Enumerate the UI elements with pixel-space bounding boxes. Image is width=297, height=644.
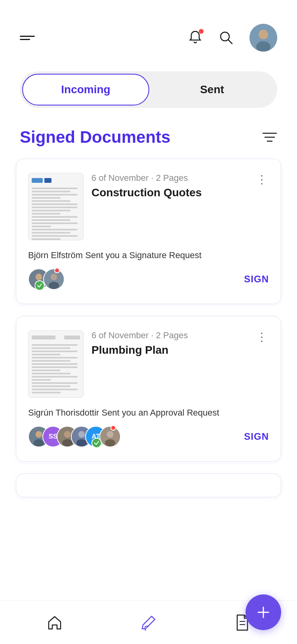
add-fab-button[interactable] [246, 594, 281, 630]
avatar[interactable] [249, 24, 277, 52]
filter-button[interactable] [262, 131, 277, 143]
doc-separator: · [151, 330, 156, 340]
document-card[interactable]: 6 of November · 2 Pages Construction Quo… [16, 159, 281, 304]
doc-more-button[interactable]: ⋮ [255, 330, 269, 343]
doc-line [32, 376, 78, 378]
doc-footer: SS [28, 426, 269, 447]
doc-card-top: 6 of November · 2 Pages Plumbing Plan ⋮ [28, 330, 269, 398]
doc-line [32, 210, 70, 211]
header-icons [188, 24, 277, 52]
notification-button[interactable] [188, 30, 203, 46]
app-header [0, 0, 297, 63]
mini-avatar [99, 426, 121, 447]
doc-line [32, 382, 78, 384]
tab-sent[interactable]: Sent [149, 74, 275, 105]
doc-line [32, 235, 78, 237]
doc-date: 6 of November [91, 173, 148, 183]
hamburger-line-2 [20, 39, 30, 40]
doc-logo [32, 178, 80, 183]
avatar-image [249, 24, 277, 52]
logo-block-2 [44, 178, 51, 183]
nav-sign-button[interactable] [133, 607, 164, 638]
svg-point-22 [78, 431, 85, 438]
sign-button[interactable]: SIGN [244, 274, 269, 285]
doc-meta: 6 of November · 2 Pages [91, 173, 247, 183]
pending-badge [54, 268, 60, 273]
doc-line [32, 357, 78, 358]
doc-line [32, 363, 78, 365]
section-header: Signed Documents [0, 124, 297, 159]
home-icon [47, 615, 63, 631]
doc-date: 6 of November [91, 330, 148, 340]
filter-icon [262, 131, 277, 143]
avatars-row [28, 268, 56, 290]
avatar-item [99, 426, 115, 447]
svg-point-3 [259, 30, 268, 39]
doc-line [32, 385, 70, 387]
avatar-item [28, 426, 44, 447]
avatar-item: AT [85, 426, 101, 447]
doc-line [32, 194, 78, 196]
doc-separator: · [151, 173, 156, 183]
svg-point-26 [105, 439, 115, 447]
doc-title: Plumbing Plan [91, 344, 247, 356]
pending-badge [110, 425, 116, 431]
doc-line [32, 366, 78, 368]
search-button[interactable] [219, 30, 234, 45]
doc-pages: 2 Pages [156, 330, 188, 340]
hamburger-menu[interactable] [20, 36, 35, 40]
svg-point-16 [36, 431, 42, 438]
notification-badge [199, 29, 204, 34]
doc-more-button[interactable]: ⋮ [255, 173, 269, 186]
plus-icon [256, 605, 271, 620]
check-icon [94, 440, 99, 446]
doc-line [32, 207, 78, 208]
document-card-partial [16, 473, 281, 497]
doc-line [32, 203, 78, 205]
doc-line [32, 238, 61, 240]
doc-line [32, 392, 61, 393]
doc-line [32, 373, 70, 374]
svg-point-27 [145, 629, 146, 631]
avatar-photo [100, 426, 120, 447]
check-icon [37, 283, 42, 288]
doc-line [32, 347, 70, 349]
nav-home-button[interactable] [39, 607, 70, 638]
doc-line [32, 389, 78, 390]
svg-line-1 [228, 40, 232, 44]
doc-line [32, 354, 61, 355]
doc-footer: SIGN [28, 268, 269, 290]
doc-title: Construction Quotes [91, 186, 247, 199]
doc-line [32, 232, 70, 234]
doc-thumbnail [28, 173, 84, 240]
bottom-nav [0, 600, 297, 644]
avatar-item [71, 426, 87, 447]
svg-point-14 [49, 282, 59, 289]
doc-line [32, 226, 51, 227]
search-icon [219, 30, 234, 45]
sign-pen-icon [140, 614, 157, 631]
section-title: Signed Documents [20, 128, 170, 147]
doc-line [32, 360, 70, 362]
tab-incoming[interactable]: Incoming [22, 74, 149, 105]
avatar-item [57, 426, 72, 447]
mini-avatar [43, 268, 65, 290]
avatars-row: SS [28, 426, 112, 447]
tab-switcher: Incoming Sent [20, 71, 277, 108]
document-card[interactable]: 6 of November · 2 Pages Plumbing Plan ⋮ … [16, 316, 281, 462]
svg-point-13 [51, 274, 57, 280]
avatar-item: SS [42, 426, 58, 447]
doc-line [32, 370, 61, 371]
avatar-item [28, 268, 44, 290]
hamburger-line-1 [20, 36, 35, 37]
doc-card-top: 6 of November · 2 Pages Construction Quo… [28, 173, 269, 240]
doc-line [32, 379, 51, 381]
avatar-item [43, 268, 59, 290]
logo-block-1 [32, 178, 43, 183]
sign-button[interactable]: SIGN [244, 431, 269, 442]
doc-line [32, 344, 78, 346]
svg-point-19 [64, 431, 71, 438]
doc-line [32, 219, 70, 221]
doc-line [32, 222, 78, 224]
doc-meta: 6 of November · 2 Pages [91, 330, 247, 341]
